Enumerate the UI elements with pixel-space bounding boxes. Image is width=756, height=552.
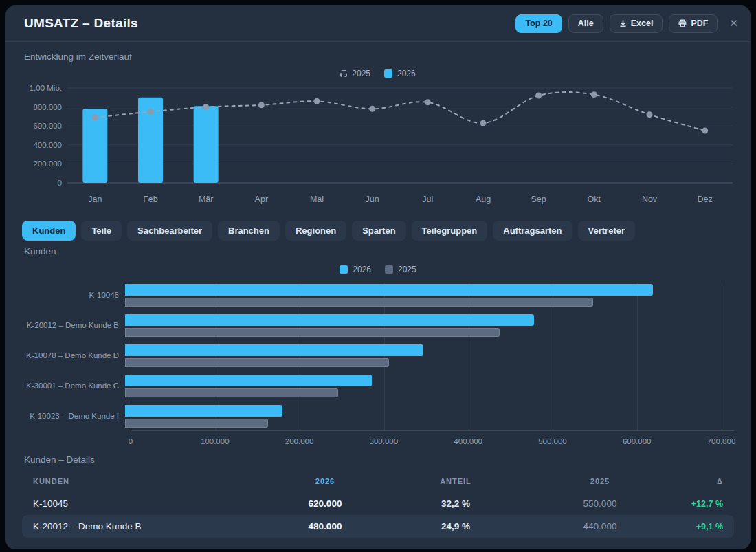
cell-anteil: 24,9 %	[383, 521, 528, 531]
tab-kunden[interactable]: Kunden	[22, 221, 76, 241]
category-label: K-10023 – Demo Kunde I	[22, 412, 125, 420]
tab-sachbearbeiter[interactable]: Sachbearbeiter	[127, 221, 212, 241]
line-point-2025	[92, 114, 98, 120]
tab-sparten[interactable]: Sparten	[352, 221, 405, 241]
x-axis-tick: 100.000	[201, 437, 230, 445]
tab-teilegruppen[interactable]: Teilegruppen	[412, 221, 488, 241]
legend-label: 2026	[397, 69, 416, 78]
legend-item: 2026	[384, 69, 416, 78]
tab-auftragsarten[interactable]: Auftragsarten	[493, 221, 572, 241]
line-point-2025	[258, 102, 265, 108]
kunden-chart-legend: 20262025	[22, 265, 734, 274]
page-title: UMSATZ – Details	[24, 16, 138, 31]
cell-delta: +12,7 %	[672, 499, 723, 509]
cell-y2025: 550.000	[528, 498, 672, 509]
excel-export-button[interactable]: Excel	[610, 14, 663, 33]
pdf-export-button[interactable]: PDF	[669, 14, 718, 33]
bar-group-row: K-10023 – Demo Kunde I	[22, 401, 734, 431]
svg-text:Jun: Jun	[366, 195, 379, 204]
svg-text:200.000: 200.000	[33, 159, 62, 168]
line-point-2025	[702, 128, 708, 134]
cell-anteil: 32,2 %	[383, 498, 528, 509]
x-axis-tick: 0	[129, 437, 133, 445]
column-header-anteil: ANTEIL	[383, 477, 528, 485]
bar-2026	[194, 106, 219, 183]
x-axis-tick: 700.000	[707, 437, 736, 445]
tab-vertreter[interactable]: Vertreter	[578, 221, 635, 241]
solid-swatch-icon	[384, 69, 392, 78]
column-header-y2025: 2025	[528, 477, 672, 485]
excel-button-label: Excel	[631, 19, 654, 28]
kunden-section-title: Kunden	[24, 246, 734, 256]
modal-content: Entwicklung im Zeitverlauf 20252026 0200…	[5, 42, 751, 538]
tab-teile[interactable]: Teile	[81, 221, 122, 241]
line-point-2025	[647, 111, 653, 118]
x-axis: 0100.000200.000300.000400.000500.000600.…	[131, 431, 734, 449]
svg-text:Sep: Sep	[531, 195, 546, 204]
bar-track	[125, 314, 734, 337]
top20-filter-button[interactable]: Top 20	[515, 14, 562, 33]
bar-track	[125, 405, 734, 428]
legend-label: 2026	[353, 265, 371, 274]
svg-text:Jan: Jan	[88, 195, 102, 204]
legend-label: 2025	[398, 265, 416, 274]
svg-text:400.000: 400.000	[33, 141, 62, 149]
bar-group-row: K-20012 – Demo Kunde B	[22, 310, 734, 340]
column-header-kunden: KUNDEN	[33, 477, 267, 485]
svg-text:Dez: Dez	[698, 195, 713, 204]
kunden-bar-chart: K-10045K-20012 – Demo Kunde BK-10078 – D…	[22, 280, 734, 449]
line-point-2025	[148, 109, 154, 115]
x-axis-tick: 400.000	[454, 437, 482, 445]
legend-item: 2025	[340, 69, 370, 78]
bar-group-row: K-30001 – Demo Kunde C	[22, 371, 734, 401]
table-row[interactable]: K-10045620.00032,2 %550.000+12,7 %	[22, 492, 734, 515]
svg-text:Mai: Mai	[310, 195, 324, 204]
tab-regionen[interactable]: Regionen	[285, 221, 346, 241]
pdf-button-label: PDF	[691, 19, 708, 28]
cell-delta: +9,1 %	[672, 522, 723, 531]
line-point-2025	[480, 120, 487, 126]
svg-text:800.000: 800.000	[33, 103, 62, 111]
svg-text:Mär: Mär	[199, 195, 214, 204]
svg-text:Feb: Feb	[143, 195, 158, 204]
cell-y2026: 480.000	[267, 521, 383, 531]
x-axis-tick: 500.000	[538, 437, 567, 445]
alle-filter-button[interactable]: Alle	[568, 14, 603, 33]
svg-text:Okt: Okt	[588, 195, 601, 204]
x-axis-tick: 200.000	[285, 437, 314, 445]
bar-2026	[125, 284, 653, 296]
kunden-details-section-title: Kunden – Details	[24, 454, 734, 465]
category-label: K-20012 – Demo Kunde B	[22, 321, 125, 329]
bar-2025	[125, 328, 500, 337]
legend-item: 2025	[385, 265, 416, 274]
line-point-2025	[314, 98, 320, 104]
svg-text:Apr: Apr	[255, 195, 268, 204]
column-header-y2026: 2026	[267, 477, 383, 485]
bar-track	[125, 284, 734, 307]
line-2025	[95, 92, 704, 131]
entity-tabs: KundenTeileSachbearbeiterBranchenRegione…	[22, 221, 734, 241]
cell-kunden: K-10045	[33, 498, 267, 509]
svg-text:600.000: 600.000	[33, 122, 62, 130]
tab-branchen[interactable]: Branchen	[218, 221, 280, 241]
line-point-2025	[369, 106, 375, 112]
line-point-2025	[203, 104, 209, 110]
bar-2026	[125, 405, 282, 417]
svg-text:Jul: Jul	[422, 195, 433, 204]
cell-y2025: 440.000	[528, 521, 672, 531]
category-label: K-10078 – Demo Kunde D	[22, 351, 125, 360]
timeline-section-title: Entwicklung im Zeitverlauf	[24, 52, 734, 62]
svg-text:0: 0	[58, 179, 62, 187]
close-icon[interactable]: ✕	[729, 17, 738, 30]
svg-text:Aug: Aug	[476, 195, 491, 204]
svg-text:1,00 Mio.: 1,00 Mio.	[30, 84, 62, 92]
bar-2026	[125, 344, 423, 356]
bar-track	[125, 375, 734, 397]
bar-2026	[125, 375, 372, 386]
download-icon	[619, 19, 627, 27]
dashed-swatch-icon	[340, 70, 347, 77]
line-point-2025	[535, 93, 542, 99]
header-actions: Top 20 Alle Excel PDF ✕	[515, 14, 738, 33]
bar-2025	[125, 419, 268, 428]
table-row[interactable]: K-20012 – Demo Kunde B480.00024,9 %440.0…	[22, 515, 734, 538]
